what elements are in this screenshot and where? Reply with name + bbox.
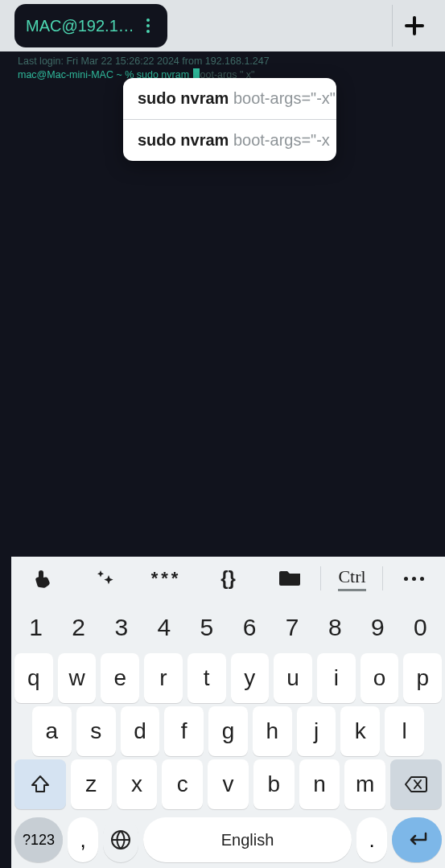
shift-icon — [30, 774, 51, 795]
key-u[interactable]: u — [274, 653, 312, 703]
on-screen-keyboard: 1 2 3 4 5 6 7 8 9 0 q w e r t y u i o p … — [11, 600, 445, 868]
key-g[interactable]: g — [208, 706, 248, 756]
key-3[interactable]: 3 — [100, 614, 142, 641]
shell-prompt: mac@Mac-mini-MAC ~ % — [18, 69, 137, 80]
suggest-completion: boot-args="-x — [229, 131, 330, 149]
extra-keys-toolbar: *** {} Ctrl — [11, 557, 445, 600]
key-6[interactable]: 6 — [229, 614, 271, 641]
key-4[interactable]: 4 — [142, 614, 185, 641]
key-f[interactable]: f — [164, 706, 204, 756]
letter-row-2: a s d f g h j k l — [14, 706, 442, 756]
key-x[interactable]: x — [117, 759, 158, 809]
key-7[interactable]: 7 — [271, 614, 314, 641]
key-o[interactable]: o — [361, 653, 399, 703]
key-j[interactable]: j — [297, 706, 336, 756]
language-key[interactable] — [103, 817, 138, 862]
key-y[interactable]: y — [231, 653, 270, 703]
password-button[interactable]: *** — [135, 557, 197, 600]
suggest-match: sudo nvram — [138, 131, 229, 149]
plus-icon — [405, 16, 424, 35]
key-0[interactable]: 0 — [399, 614, 442, 641]
key-8[interactable]: 8 — [314, 614, 356, 641]
vertical-dots-icon — [146, 19, 150, 33]
key-d[interactable]: d — [121, 706, 160, 756]
key-m[interactable]: m — [344, 759, 385, 809]
key-c[interactable]: c — [162, 759, 203, 809]
folder-button[interactable] — [259, 557, 321, 600]
period-key[interactable]: . — [356, 817, 387, 862]
key-k[interactable]: k — [340, 706, 380, 756]
autocomplete-item[interactable]: sudo nvram boot-args="-x — [123, 119, 336, 161]
suggest-completion: boot-args="-x" — [229, 89, 336, 107]
key-l[interactable]: l — [385, 706, 424, 756]
horizontal-dots-icon — [404, 577, 424, 581]
folder-icon — [279, 570, 302, 587]
touch-mode-button[interactable] — [11, 557, 73, 600]
tab-menu-button[interactable] — [138, 16, 158, 35]
tabbar-separator — [392, 5, 393, 47]
enter-icon — [405, 832, 429, 848]
ctrl-key-button[interactable]: Ctrl — [321, 557, 383, 600]
asterisks-icon: *** — [151, 568, 182, 589]
key-t[interactable]: t — [187, 653, 226, 703]
key-a[interactable]: a — [32, 706, 72, 756]
key-q[interactable]: q — [14, 653, 53, 703]
letter-row-1: q w e r t y u i o p — [14, 653, 442, 703]
sparkles-icon — [95, 569, 114, 588]
braces-button[interactable]: {} — [197, 557, 259, 600]
key-b[interactable]: b — [253, 759, 295, 809]
tab-bar: MAC@192.168… — [0, 0, 445, 51]
letter-row-3: z x c v b n m — [14, 759, 442, 809]
comma-key[interactable]: , — [68, 817, 98, 862]
autocomplete-popup: sudo nvram boot-args="-x" sudo nvram boo… — [123, 78, 336, 161]
key-2[interactable]: 2 — [57, 614, 100, 641]
key-1[interactable]: 1 — [14, 614, 57, 641]
ctrl-label: Ctrl — [338, 566, 365, 591]
number-row: 1 2 3 4 5 6 7 8 9 0 — [14, 605, 442, 650]
backspace-key[interactable] — [390, 759, 442, 809]
key-s[interactable]: s — [76, 706, 116, 756]
bottom-row: ?123 , English . — [14, 817, 442, 862]
touch-icon — [33, 568, 52, 589]
key-9[interactable]: 9 — [356, 614, 399, 641]
space-key[interactable]: English — [143, 817, 352, 862]
magic-button[interactable] — [73, 557, 135, 600]
more-button[interactable] — [383, 557, 445, 600]
key-5[interactable]: 5 — [185, 614, 228, 641]
backspace-icon — [404, 775, 428, 793]
key-r[interactable]: r — [144, 653, 183, 703]
suggest-match: sudo nvram — [138, 89, 229, 107]
key-w[interactable]: w — [58, 653, 97, 703]
terminal-tab[interactable]: MAC@192.168… — [14, 4, 167, 47]
terminal-last-login: Last login: Fri Mar 22 15:26:22 2024 fro… — [18, 55, 445, 68]
braces-icon: {} — [220, 567, 236, 590]
globe-icon — [110, 829, 131, 850]
new-tab-button[interactable] — [393, 0, 435, 51]
key-z[interactable]: z — [71, 759, 112, 809]
key-p[interactable]: p — [403, 653, 442, 703]
key-v[interactable]: v — [208, 759, 249, 809]
key-h[interactable]: h — [253, 706, 292, 756]
key-i[interactable]: i — [317, 653, 356, 703]
tab-title: MAC@192.168… — [26, 17, 138, 35]
shift-key[interactable] — [14, 759, 66, 809]
autocomplete-item[interactable]: sudo nvram boot-args="-x" — [123, 78, 336, 119]
enter-key[interactable] — [392, 817, 442, 862]
symbols-key[interactable]: ?123 — [14, 817, 63, 862]
key-e[interactable]: e — [101, 653, 139, 703]
key-n[interactable]: n — [299, 759, 340, 809]
